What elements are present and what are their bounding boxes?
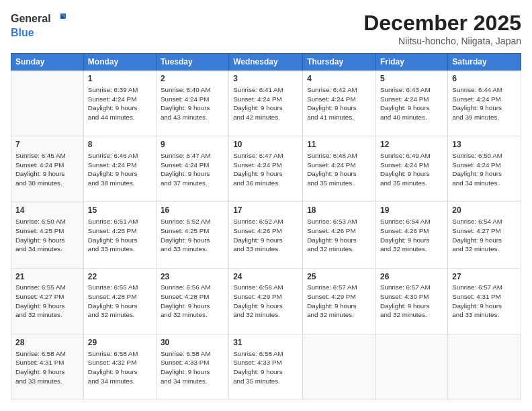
day-number: 28	[15, 337, 79, 349]
table-cell: 21Sunrise: 6:55 AMSunset: 4:27 PMDayligh…	[11, 268, 84, 334]
table-cell: 17Sunrise: 6:52 AMSunset: 4:26 PMDayligh…	[229, 202, 303, 268]
calendar-row: 28Sunrise: 6:58 AMSunset: 4:31 PMDayligh…	[11, 334, 521, 400]
day-number: 22	[88, 271, 152, 283]
day-info: Sunrise: 6:50 AMSunset: 4:25 PMDaylight:…	[15, 217, 79, 254]
day-info: Sunrise: 6:54 AMSunset: 4:26 PMDaylight:…	[380, 217, 443, 254]
day-info: Sunrise: 6:53 AMSunset: 4:26 PMDaylight:…	[307, 217, 371, 254]
day-info: Sunrise: 6:58 AMSunset: 4:32 PMDaylight:…	[88, 349, 152, 386]
table-cell: 24Sunrise: 6:56 AMSunset: 4:29 PMDayligh…	[229, 268, 303, 334]
day-info: Sunrise: 6:57 AMSunset: 4:29 PMDaylight:…	[307, 283, 371, 320]
day-number: 31	[233, 337, 298, 349]
header-thursday: Thursday	[303, 54, 376, 71]
table-cell: 1Sunrise: 6:39 AMSunset: 4:24 PMDaylight…	[83, 71, 156, 136]
day-info: Sunrise: 6:44 AMSunset: 4:24 PMDaylight:…	[452, 85, 517, 122]
table-cell: 4Sunrise: 6:42 AMSunset: 4:24 PMDaylight…	[303, 71, 376, 136]
table-cell: 7Sunrise: 6:45 AMSunset: 4:24 PMDaylight…	[11, 136, 84, 202]
table-cell: 27Sunrise: 6:57 AMSunset: 4:31 PMDayligh…	[448, 268, 521, 334]
table-cell: 5Sunrise: 6:43 AMSunset: 4:24 PMDaylight…	[375, 71, 447, 136]
header-saturday: Saturday	[448, 54, 521, 71]
table-cell: 16Sunrise: 6:52 AMSunset: 4:25 PMDayligh…	[156, 202, 228, 268]
table-cell: 11Sunrise: 6:48 AMSunset: 4:24 PMDayligh…	[303, 136, 376, 202]
title-area: December 2025 Niitsu-honcho, Niigata, Ja…	[363, 11, 521, 46]
day-number: 1	[88, 73, 152, 85]
day-number: 2	[161, 73, 224, 85]
day-info: Sunrise: 6:40 AMSunset: 4:24 PMDaylight:…	[161, 85, 224, 122]
day-info: Sunrise: 6:47 AMSunset: 4:24 PMDaylight:…	[233, 151, 298, 188]
day-number: 4	[307, 73, 371, 85]
calendar-page: General Blue December 2025 Niitsu-honcho…	[0, 0, 532, 411]
day-number: 27	[452, 271, 517, 283]
day-info: Sunrise: 6:55 AMSunset: 4:28 PMDaylight:…	[88, 283, 152, 320]
day-info: Sunrise: 6:56 AMSunset: 4:29 PMDaylight:…	[233, 283, 298, 320]
day-number: 19	[380, 205, 443, 216]
day-number: 13	[452, 139, 517, 150]
table-cell: 9Sunrise: 6:47 AMSunset: 4:24 PMDaylight…	[156, 136, 228, 202]
calendar-header-row: Sunday Monday Tuesday Wednesday Thursday…	[11, 54, 521, 71]
day-number: 3	[233, 73, 298, 85]
day-number: 26	[380, 271, 443, 283]
day-info: Sunrise: 6:50 AMSunset: 4:24 PMDaylight:…	[452, 151, 517, 188]
table-cell: 22Sunrise: 6:55 AMSunset: 4:28 PMDayligh…	[83, 268, 156, 334]
table-cell: 13Sunrise: 6:50 AMSunset: 4:24 PMDayligh…	[448, 136, 521, 202]
day-number: 16	[161, 205, 224, 216]
table-cell: 26Sunrise: 6:57 AMSunset: 4:30 PMDayligh…	[375, 268, 447, 334]
day-number: 29	[88, 337, 152, 349]
table-cell: 29Sunrise: 6:58 AMSunset: 4:32 PMDayligh…	[83, 334, 156, 400]
day-info: Sunrise: 6:46 AMSunset: 4:24 PMDaylight:…	[88, 151, 152, 188]
table-cell: 15Sunrise: 6:51 AMSunset: 4:25 PMDayligh…	[83, 202, 156, 268]
table-cell: 12Sunrise: 6:49 AMSunset: 4:24 PMDayligh…	[375, 136, 447, 202]
day-number: 18	[307, 205, 371, 216]
day-info: Sunrise: 6:58 AMSunset: 4:33 PMDaylight:…	[233, 349, 298, 386]
table-cell: 14Sunrise: 6:50 AMSunset: 4:25 PMDayligh…	[11, 202, 84, 268]
day-number: 25	[307, 271, 371, 283]
day-number: 20	[452, 205, 517, 216]
header-monday: Monday	[83, 54, 156, 71]
day-number: 21	[15, 271, 79, 283]
logo-icon	[51, 11, 67, 27]
table-cell: 3Sunrise: 6:41 AMSunset: 4:24 PMDaylight…	[229, 71, 303, 136]
day-info: Sunrise: 6:57 AMSunset: 4:30 PMDaylight:…	[380, 283, 443, 320]
table-cell: 19Sunrise: 6:54 AMSunset: 4:26 PMDayligh…	[375, 202, 447, 268]
day-number: 11	[307, 139, 371, 150]
day-info: Sunrise: 6:58 AMSunset: 4:33 PMDaylight:…	[161, 349, 224, 386]
day-info: Sunrise: 6:51 AMSunset: 4:25 PMDaylight:…	[88, 217, 152, 254]
day-info: Sunrise: 6:54 AMSunset: 4:27 PMDaylight:…	[452, 217, 517, 254]
day-number: 23	[161, 271, 224, 283]
day-info: Sunrise: 6:47 AMSunset: 4:24 PMDaylight:…	[161, 151, 224, 188]
calendar-row: 1Sunrise: 6:39 AMSunset: 4:24 PMDaylight…	[11, 71, 521, 136]
calendar-row: 14Sunrise: 6:50 AMSunset: 4:25 PMDayligh…	[11, 202, 521, 268]
table-cell	[11, 71, 84, 136]
header: General Blue December 2025 Niitsu-honcho…	[11, 11, 521, 46]
day-info: Sunrise: 6:52 AMSunset: 4:25 PMDaylight:…	[161, 217, 224, 254]
table-cell: 28Sunrise: 6:58 AMSunset: 4:31 PMDayligh…	[11, 334, 84, 400]
table-cell: 23Sunrise: 6:56 AMSunset: 4:28 PMDayligh…	[156, 268, 228, 334]
day-number: 12	[380, 139, 443, 150]
day-info: Sunrise: 6:43 AMSunset: 4:24 PMDaylight:…	[380, 85, 443, 122]
day-number: 30	[161, 337, 224, 349]
day-info: Sunrise: 6:48 AMSunset: 4:24 PMDaylight:…	[307, 151, 371, 188]
table-cell: 20Sunrise: 6:54 AMSunset: 4:27 PMDayligh…	[448, 202, 521, 268]
logo-general: General	[11, 13, 51, 25]
table-cell: 2Sunrise: 6:40 AMSunset: 4:24 PMDaylight…	[156, 71, 228, 136]
table-cell	[375, 334, 447, 400]
day-number: 6	[452, 73, 517, 85]
day-info: Sunrise: 6:56 AMSunset: 4:28 PMDaylight:…	[161, 283, 224, 320]
day-number: 15	[88, 205, 152, 216]
location: Niitsu-honcho, Niigata, Japan	[363, 36, 521, 46]
month-title: December 2025	[363, 11, 521, 36]
day-info: Sunrise: 6:49 AMSunset: 4:24 PMDaylight:…	[380, 151, 443, 188]
day-number: 14	[15, 205, 79, 216]
day-info: Sunrise: 6:57 AMSunset: 4:31 PMDaylight:…	[452, 283, 517, 320]
table-cell	[303, 334, 376, 400]
day-number: 9	[161, 139, 224, 150]
table-cell: 30Sunrise: 6:58 AMSunset: 4:33 PMDayligh…	[156, 334, 228, 400]
calendar-row: 21Sunrise: 6:55 AMSunset: 4:27 PMDayligh…	[11, 268, 521, 334]
calendar-table: Sunday Monday Tuesday Wednesday Thursday…	[11, 53, 521, 400]
table-cell: 25Sunrise: 6:57 AMSunset: 4:29 PMDayligh…	[303, 268, 376, 334]
logo-blue: Blue	[11, 27, 34, 39]
day-number: 17	[233, 205, 298, 216]
day-number: 7	[15, 139, 79, 150]
day-info: Sunrise: 6:39 AMSunset: 4:24 PMDaylight:…	[88, 85, 152, 122]
day-number: 10	[233, 139, 298, 150]
day-info: Sunrise: 6:42 AMSunset: 4:24 PMDaylight:…	[307, 85, 371, 122]
